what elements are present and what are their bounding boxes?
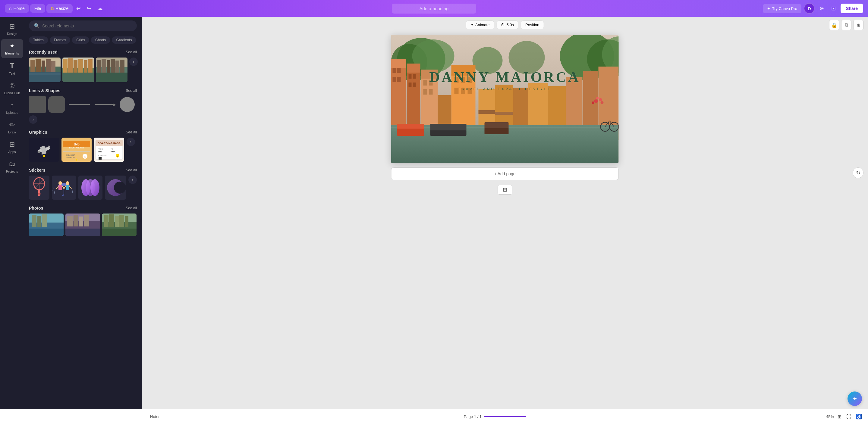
lines-shapes-title: Lines & Shapes [29,88,60,93]
graphic-frankfurt[interactable]: BOARDING PASS FROM JNB TO FRA 28 JUN 202… [94,138,124,162]
svg-rect-24 [101,59,106,72]
resize-button[interactable]: ⧉ Resize [46,4,73,13]
stickers-see-all[interactable]: See all [126,168,137,172]
pill-charts[interactable]: Charts [91,36,110,44]
save-button[interactable]: ☁ [95,4,105,13]
svg-rect-26 [111,59,115,72]
svg-text:FRA: FRA [111,150,116,153]
svg-text:FROM: FROM [98,148,103,150]
projects-label: Projects [6,169,18,173]
svg-rect-61 [98,157,99,160]
shape-square-item[interactable] [29,96,46,113]
svg-rect-17 [84,60,87,72]
home-icon: ⌂ [9,6,11,11]
recent-item-3[interactable] [96,58,127,82]
svg-rect-164 [397,124,424,129]
shape-circle [120,97,135,112]
stickers-grid: › [24,174,142,203]
graphics-header: Graphics See all [24,127,142,136]
pill-tables[interactable]: Tables [29,36,48,44]
graphics-grid: ★ JNB SOUTH AIRLINES 28 JUN 2017 FRANKFU… [24,136,142,165]
svg-rect-6 [46,59,51,72]
svg-rect-28 [120,60,124,72]
pill-frames[interactable]: Frames [50,36,70,44]
resize-icon: ⧉ [51,6,54,11]
sidebar-item-design[interactable]: ⊞ Design [1,20,23,38]
design-canvas[interactable]: DANNY MAIORCA TRAVEL AND EXPAT LIFESTYLE [391,35,434,163]
svg-rect-7 [51,61,56,72]
sticker-crescent[interactable] [105,175,126,200]
topbar: ⌂ Home File ⧉ Resize ↩ ↪ ☁ ✦ Try Canva P… [0,0,434,17]
recent-item-1[interactable] [29,58,61,82]
draw-icon: ✏ [9,121,15,129]
undo-button[interactable]: ↩ [74,4,83,13]
pill-grids[interactable]: Grids [72,36,89,44]
svg-rect-4 [36,59,41,72]
sticker-ovals[interactable] [79,175,102,200]
shapes-more-arrow[interactable]: › [29,115,37,124]
recently-more-arrow[interactable]: › [129,58,138,66]
search-input[interactable] [42,24,132,28]
svg-text:A: A [84,155,86,158]
recent-item-2[interactable] [62,58,94,82]
svg-text:JNB: JNB [98,150,102,153]
shape-arrow-line [95,104,113,105]
design-label: Design [7,32,17,36]
add-page-button[interactable]: + Add page [391,167,434,180]
sidebar-item-projects[interactable]: 🗂 Projects [1,157,23,176]
home-label: Home [13,6,24,11]
photos-header: Photos See all [24,203,142,212]
search-input-wrap: 🔍 [29,21,137,31]
canvas-area: ✦ Animate ⏱ 5.0s Position 🔒 ⧉ ⊕ [142,17,434,212]
sticker-rain-couple[interactable] [52,175,76,200]
svg-text:BOARDING PASS: BOARDING PASS [98,142,120,145]
elements-icon: ✦ [9,42,15,50]
apps-label: Apps [8,150,16,154]
shape-line-item[interactable] [67,104,91,105]
sidebar-rail: ⊞ Design ✦ Elements T Text © Brand Hub ↑… [0,17,24,212]
file-button[interactable]: File [30,4,45,13]
sticker-badminton[interactable] [29,175,50,200]
svg-rect-163 [397,128,424,136]
svg-rect-19 [62,72,94,82]
search-bar: 🔍 [24,17,142,35]
topbar-center [107,4,434,13]
sidebar-item-draw[interactable]: ✏ Draw [1,118,23,137]
lines-shapes-see-all[interactable]: See all [126,89,137,93]
sidebar-item-text[interactable]: T Text [1,59,23,78]
sidebar-item-uploads[interactable]: ↑ Uploads [1,98,23,118]
sidebar-item-elements[interactable]: ✦ Elements [1,39,23,58]
svg-rect-123 [391,59,406,68]
svg-rect-166 [430,124,434,130]
document-title-input[interactable] [392,4,434,13]
svg-rect-14 [68,58,73,72]
shape-arrow-item[interactable]: ▶ [93,102,117,107]
graphics-see-all[interactable]: See all [126,130,137,134]
shape-rounded [48,96,65,113]
svg-marker-33 [48,145,50,147]
sidebar-item-apps[interactable]: ⊞ Apps [1,138,23,157]
search-icon: 🔍 [34,23,40,29]
canvas-text-overlay: DANNY MAIORCA TRAVEL AND EXPAT LIFESTYLE [391,68,434,91]
photos-see-all[interactable]: See all [126,206,137,210]
shape-circle-item[interactable] [120,97,135,112]
svg-rect-78 [66,185,69,190]
svg-text:28 JUN 2022: 28 JUN 2022 [98,155,106,157]
stickers-more-arrow[interactable]: › [128,175,137,184]
svg-point-88 [114,182,126,194]
resize-label: Resize [56,6,68,11]
file-label: File [34,6,41,11]
svg-rect-3 [30,60,35,72]
svg-rect-25 [107,60,110,72]
redo-button[interactable]: ↪ [84,4,94,13]
home-button[interactable]: ⌂ Home [5,4,29,13]
sidebar-item-brand-hub[interactable]: © Brand Hub [1,79,23,98]
graphics-more-arrow[interactable]: › [127,138,135,146]
recently-used-header: Recently used See all [24,47,142,56]
svg-rect-13 [63,59,67,72]
graphic-ticket[interactable]: JNB SOUTH AIRLINES 28 JUN 2017 FRANKFURT… [61,138,92,162]
pill-gradients[interactable]: Gradients [112,36,136,44]
recently-used-see-all[interactable]: See all [126,50,137,54]
graphic-airplane[interactable]: ★ [29,138,59,162]
shape-rounded-item[interactable] [48,96,65,113]
